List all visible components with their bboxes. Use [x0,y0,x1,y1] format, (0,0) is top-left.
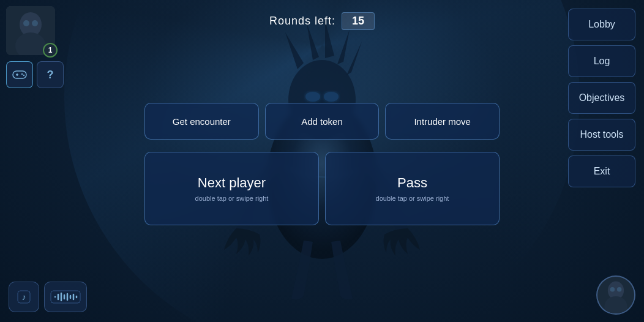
get-encounter-button[interactable]: Get encounter [144,103,259,140]
action-row-top: Get encounter Add token Intruder move [144,103,500,140]
sidebar: Lobby Log Objectives Host tools Exit [568,9,635,187]
sound-wave-button[interactable] [44,282,87,312]
bottom-icon-buttons: ♪ [9,282,87,312]
exit-button[interactable]: Exit [568,155,635,187]
player-badge: 1 [43,43,58,58]
next-player-button[interactable]: Next player double tap or swipe right [144,152,319,225]
svg-rect-9 [13,71,26,78]
svg-point-7 [23,20,29,26]
player-avatar-container: 1 [6,6,55,55]
pass-button[interactable]: Pass double tap or swipe right [325,152,500,225]
svg-point-2 [305,92,320,102]
svg-point-30 [617,287,622,292]
log-button[interactable]: Log [568,45,635,77]
music-button[interactable]: ♪ [9,282,39,312]
rounds-value: 15 [342,12,375,30]
svg-point-8 [32,20,38,26]
top-icon-buttons: ? [6,61,64,88]
svg-point-29 [610,287,615,292]
svg-point-13 [21,73,23,75]
action-row-bottom: Next player double tap or swipe right Pa… [144,152,500,225]
player-area: 1 ? [6,6,64,88]
help-icon: ? [47,69,54,81]
help-button[interactable]: ? [37,61,64,88]
svg-point-3 [324,92,339,102]
gamepad-button[interactable] [6,61,33,88]
rounds-label: Rounds left: [269,15,335,28]
svg-point-14 [23,75,24,76]
rounds-display: Rounds left: 15 [269,12,375,30]
objectives-button[interactable]: Objectives [568,82,635,114]
intruder-move-button[interactable]: Intruder move [385,103,500,140]
add-token-button[interactable]: Add token [265,103,380,140]
host-tools-button[interactable]: Host tools [568,119,635,151]
svg-text:♪: ♪ [22,292,26,302]
lobby-button[interactable]: Lobby [568,9,635,40]
bottom-right-avatar[interactable] [596,275,635,315]
